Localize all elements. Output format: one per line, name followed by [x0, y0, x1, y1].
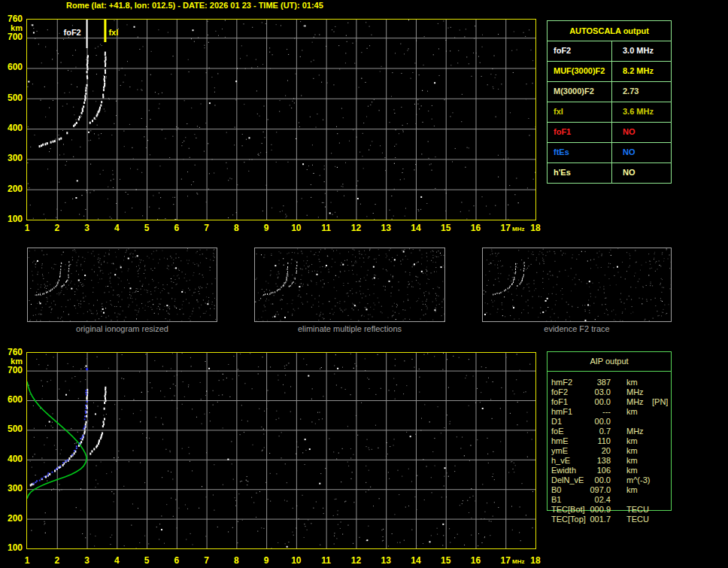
- x-tick-label: 7: [204, 223, 209, 233]
- aip-param-value: 138: [568, 456, 611, 465]
- aip-param-value: ---: [568, 407, 611, 416]
- aip-param-value: 00.0: [568, 397, 611, 406]
- aip-param-unit: km: [626, 378, 638, 387]
- aip-row: DelN_vE00.0m^(-3): [547, 475, 682, 484]
- y-tick-label: 400: [8, 454, 23, 464]
- aip-param-unit: km: [626, 436, 638, 445]
- x-tick-label: 5: [144, 555, 150, 566]
- x-tick-label: 14: [411, 555, 420, 566]
- x-tick-label: 5: [144, 223, 150, 233]
- panel-original-canvas: [28, 248, 217, 321]
- x-axis-unit-label: MHz: [512, 226, 524, 232]
- aip-param-value: 106: [568, 466, 611, 475]
- panel-original-caption: original ionogram resized: [27, 324, 217, 333]
- aip-row: B0097.0km: [547, 485, 682, 494]
- aip-param-label: B1: [551, 495, 561, 504]
- y-tick-label: 700: [8, 365, 23, 375]
- x-tick-label: 13: [381, 223, 390, 233]
- aip-param-value: 03.0: [568, 387, 611, 396]
- aip-row: TEC[Top]001.7TECU: [547, 515, 682, 524]
- aip-param-unit: MHz: [626, 397, 644, 406]
- aip-param-unit: km: [626, 456, 638, 465]
- aip-param-value: 02.4: [568, 495, 611, 504]
- aip-row: foE0.7MHz: [547, 427, 682, 436]
- panel-eliminate-canvas: [255, 248, 444, 321]
- aip-param-value: 001.7: [568, 515, 611, 524]
- x-tick-label: 6: [174, 555, 179, 566]
- x-tick-label: 10: [291, 223, 301, 233]
- aip-row: D100.0: [547, 417, 682, 426]
- aip-param-label: foF1: [551, 397, 568, 406]
- x-tick-label: 4: [114, 555, 120, 566]
- aip-row: hmF2387km: [547, 378, 682, 387]
- y-axis-unit-label: km: [11, 357, 23, 366]
- aip-table-rows: hmF2387kmfoF203.0MHzfoF100.0MHz[PN]hmF1-…: [547, 0, 682, 568]
- x-tick-label: 14: [411, 223, 420, 233]
- aip-param-unit: km: [626, 446, 638, 455]
- aip-param-unit: MHz: [626, 387, 644, 396]
- x-tick-label: 11: [321, 555, 331, 566]
- x-tick-label: 9: [264, 555, 269, 566]
- y-tick-label: 500: [8, 424, 23, 434]
- aip-param-value: 20: [568, 446, 611, 455]
- x-tick-label: 2: [54, 555, 59, 566]
- aip-param-label: foF2: [551, 387, 568, 396]
- x-tick-label: 1: [25, 555, 30, 566]
- aip-param-unit: km: [626, 485, 638, 494]
- aip-param-label: B0: [551, 485, 561, 494]
- y-tick-label: 100: [8, 542, 23, 553]
- aip-row: hmE110km: [547, 436, 682, 445]
- x-tick-label: 1: [25, 223, 30, 233]
- x-tick-label: 6: [174, 223, 179, 233]
- panel-eliminate-reflections: [254, 248, 445, 322]
- aip-param-unit: km: [626, 466, 638, 475]
- x-tick-label: 8: [234, 555, 239, 566]
- aip-param-label: foE: [551, 427, 564, 436]
- aip-row: ymE20km: [547, 446, 682, 455]
- aip-param-value: 0.7: [568, 427, 611, 436]
- autoscala-app-window: Rome (lat: +41.8, lon: 012.5) - DATE: 20…: [0, 0, 728, 568]
- x-tick-label: 18: [530, 555, 540, 566]
- bottom-ionogram-profile-plot: [26, 352, 536, 549]
- aip-param-value: 097.0: [568, 485, 611, 494]
- aip-param-unit: m^(-3): [626, 475, 650, 484]
- x-tick-label: 17: [501, 223, 511, 233]
- aip-param-note: [PN]: [652, 397, 668, 406]
- aip-param-label: ymE: [551, 446, 568, 455]
- x-tick-label: 17: [501, 555, 511, 566]
- aip-param-value: 387: [568, 378, 611, 387]
- y-tick-label: 200: [8, 513, 23, 524]
- x-tick-label: 13: [381, 555, 390, 566]
- top-ionogram-canvas: [27, 20, 535, 220]
- x-tick-label: 18: [530, 223, 540, 233]
- x-tick-label: 12: [351, 555, 361, 566]
- x-tick-label: 7: [204, 555, 209, 566]
- aip-row: hmF1---km: [547, 407, 682, 416]
- aip-row: TEC[Bot]000.9TECU: [547, 505, 682, 514]
- aip-row: h_vE138km: [547, 456, 682, 465]
- aip-param-unit: km: [626, 407, 638, 416]
- bottom-ionogram-canvas: [27, 353, 535, 548]
- aip-param-value: 00.0: [568, 417, 611, 426]
- x-tick-label: 3: [84, 555, 89, 566]
- x-tick-label: 16: [471, 223, 481, 233]
- x-tick-label: 16: [471, 555, 481, 566]
- station-title: Rome (lat: +41.8, lon: 012.5) - DATE: 20…: [66, 1, 323, 10]
- foF2-marker-label: foF2: [64, 28, 81, 37]
- x-tick-label: 4: [114, 223, 120, 233]
- panel-eliminate-caption: eliminate multiple reflections: [254, 324, 445, 333]
- x-tick-label: 15: [441, 555, 450, 566]
- aip-param-label: D1: [551, 417, 562, 426]
- x-tick-label: 15: [441, 223, 450, 233]
- aip-row: foF100.0MHz[PN]: [547, 397, 682, 406]
- fxI-marker-label: fxI: [108, 28, 118, 37]
- aip-param-value: 110: [568, 436, 611, 445]
- x-axis-unit-label: MHz: [512, 558, 524, 565]
- x-tick-label: 2: [54, 223, 59, 233]
- aip-param-label: hmE: [551, 436, 569, 445]
- x-tick-label: 10: [291, 555, 301, 566]
- y-tick-label: 600: [8, 394, 23, 405]
- aip-param-value: 000.9: [568, 505, 611, 514]
- x-tick-label: 12: [351, 223, 361, 233]
- aip-row: B102.4: [547, 495, 682, 504]
